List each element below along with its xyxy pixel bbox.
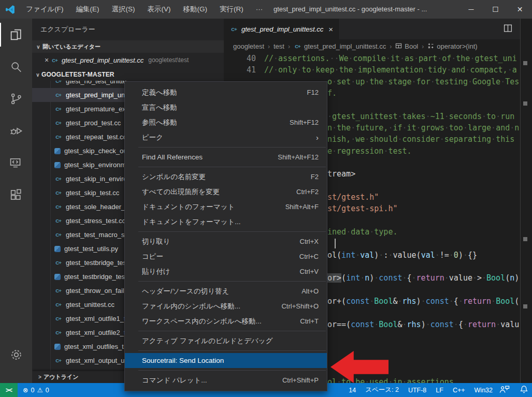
whitespace-dot: · bbox=[369, 227, 374, 237]
close-icon[interactable]: × bbox=[42, 56, 51, 64]
code-token: ( bbox=[505, 273, 510, 283]
menubar-item-3[interactable]: 表示(V) bbox=[141, 5, 177, 13]
code-token: e bbox=[327, 146, 332, 156]
context-menu-item-12[interactable]: 切り取りCtrl+X bbox=[125, 234, 327, 249]
context-menu-item-24[interactable]: コマンド パレット...Ctrl+Shift+P bbox=[125, 373, 327, 388]
breadcrumb-label: test bbox=[274, 42, 284, 50]
activity-settings-gear-icon[interactable] bbox=[0, 339, 32, 371]
whitespace-dot: · bbox=[365, 77, 369, 86]
context-menu-item-14[interactable]: 貼り付けCtrl+V bbox=[125, 264, 327, 279]
file-label: gtest_throw_on_fail bbox=[66, 287, 124, 295]
context-menu-item-16[interactable]: ヘッダー/ソースの切り替えAlt+O bbox=[125, 284, 327, 299]
status-item-2[interactable]: UTF-8 bbox=[408, 387, 426, 394]
whitespace-dot: · bbox=[412, 77, 416, 86]
menubar-item-2[interactable]: 選択(S) bbox=[106, 5, 141, 13]
open-editor-item[interactable]: × C+ gtest_pred_impl_unittest.cc googlet… bbox=[32, 53, 224, 67]
context-menu-item-8[interactable]: すべての出現箇所を変更Ctrl+F2 bbox=[125, 184, 327, 199]
minimize-button[interactable]: ─ bbox=[459, 0, 483, 19]
activity-search-icon[interactable] bbox=[0, 51, 32, 83]
menubar-item-5[interactable]: 実行(R) bbox=[213, 5, 250, 13]
context-menu-item-13[interactable]: コピーCtrl+C bbox=[125, 249, 327, 264]
problems-status[interactable]: ⊗ 0 ⚠ 0 bbox=[23, 386, 49, 394]
code-token: Bool bbox=[379, 320, 397, 329]
feedback-icon[interactable] bbox=[499, 385, 510, 395]
tab-active[interactable]: C+ gtest_pred_impl_unittest.cc × bbox=[224, 19, 339, 39]
code-token: separating bbox=[444, 135, 491, 144]
file-label: gtest_sole_header_t bbox=[66, 203, 127, 211]
context-menu-item-10[interactable]: ドキュメントをフォーマット... bbox=[125, 214, 327, 229]
context-menu-item-3[interactable]: ピーク› bbox=[125, 130, 327, 145]
context-menu-item-17[interactable]: ファイル内のシンボルへ移動...Ctrl+Shift+O bbox=[125, 299, 327, 314]
context-menu-item-18[interactable]: ワークスペース内のシンボルへ移動...Ctrl+T bbox=[125, 314, 327, 329]
code-token: valu bbox=[500, 320, 519, 329]
status-item-5[interactable]: Win32 bbox=[475, 387, 493, 394]
submenu-arrow-icon: › bbox=[316, 133, 319, 142]
code-token: to bbox=[486, 112, 496, 121]
context-menu-item-22[interactable]: Sourcetrail: Send Location bbox=[125, 353, 327, 368]
code-token: if bbox=[393, 123, 402, 133]
menubar-item-4[interactable]: 移動(G) bbox=[177, 5, 214, 13]
code-token: ( bbox=[341, 273, 346, 283]
context-menu-item-20[interactable]: アクティブ ファイルのビルドとデバッグ bbox=[125, 333, 327, 348]
split-editor-icon[interactable] bbox=[504, 24, 512, 35]
breadcrumb-item-4[interactable]: operator>(int) bbox=[427, 42, 477, 51]
warning-count: 0 bbox=[46, 387, 49, 394]
project-root-header[interactable]: ∨ GOOGLETEST-MASTER bbox=[32, 68, 224, 81]
code-line-5: ·gtest_unittest·takes·~11·seconds·to·run bbox=[327, 111, 514, 122]
context-menu-item-label: ワークスペース内のシンボルへ移動... bbox=[142, 317, 300, 326]
close-icon[interactable]: × bbox=[328, 25, 333, 34]
context-menu-item-shortcut: Alt+O bbox=[301, 287, 319, 295]
activity-extensions-icon[interactable] bbox=[0, 179, 32, 211]
file-label: gtest_pred_impl_uni bbox=[66, 91, 126, 99]
menubar-item-1[interactable]: 編集(E) bbox=[70, 5, 106, 13]
breadcrumb-item-0[interactable]: googletest bbox=[233, 42, 264, 50]
menubar-item-0[interactable]: ファイル(F) bbox=[20, 5, 70, 13]
whitespace-dot: · bbox=[463, 251, 468, 260]
code-token: a bbox=[512, 65, 517, 75]
context-menu-item-2[interactable]: 参照へ移動Shift+F12 bbox=[125, 115, 327, 130]
close-button[interactable]: ✕ bbox=[508, 0, 532, 19]
whitespace-dot: · bbox=[472, 273, 477, 283]
code-line-15: ined·data·type. bbox=[327, 226, 397, 238]
whitespace-dot: · bbox=[351, 135, 355, 144]
activity-remote-explorer-icon[interactable] bbox=[0, 147, 32, 179]
activity-source-control-icon[interactable] bbox=[0, 83, 32, 115]
breadcrumb-item-1[interactable]: test bbox=[274, 42, 284, 50]
open-editors-header[interactable]: ∨ 開いているエディター bbox=[32, 40, 224, 53]
breadcrumb-item-3[interactable]: Bool bbox=[395, 42, 418, 51]
activity-explorer-icon[interactable] bbox=[0, 19, 32, 51]
context-menu-item-shortcut: Shift+Alt+F12 bbox=[278, 153, 319, 161]
file-label: gtest_test_macro_st bbox=[66, 231, 126, 239]
code-token: ol bbox=[327, 377, 337, 383]
file-label: gtest_xml_outfile1_t bbox=[66, 315, 126, 322]
bell-icon[interactable] bbox=[520, 385, 528, 395]
context-menu-item-1[interactable]: 宣言へ移動 bbox=[125, 100, 327, 115]
breadcrumb-item-2[interactable]: C+gtest_pred_impl_unittest.cc bbox=[294, 42, 386, 50]
code-token: f. bbox=[327, 89, 337, 98]
context-menu-item-7[interactable]: シンボルの名前変更F2 bbox=[125, 169, 327, 184]
code-token: n bbox=[510, 273, 514, 283]
code-token: return bbox=[468, 320, 496, 329]
code-token: for bbox=[416, 77, 430, 86]
code-token: testing bbox=[435, 77, 468, 86]
status-item-0[interactable]: 14 bbox=[349, 387, 356, 394]
menubar-item-6[interactable]: ··· bbox=[250, 5, 269, 13]
status-item-4[interactable]: C++ bbox=[453, 387, 465, 394]
code-token: future, bbox=[355, 123, 388, 133]
context-menu-item-0[interactable]: 定義へ移動F12 bbox=[125, 85, 327, 100]
context-menu-item-5[interactable]: Find All ReferencesShift+Alt+F12 bbox=[125, 150, 327, 165]
status-item-1[interactable]: スペース: 2 bbox=[365, 386, 399, 394]
code-token: in bbox=[393, 377, 402, 383]
cpp-file-icon: C+ bbox=[51, 56, 59, 64]
whitespace-dot: · bbox=[327, 112, 332, 121]
maximize-button[interactable]: ☐ bbox=[483, 0, 508, 19]
code-token: const bbox=[430, 320, 454, 329]
context-menu-item-9[interactable]: ドキュメントのフォーマットShift+Alt+F bbox=[125, 199, 327, 214]
minimap[interactable] bbox=[520, 19, 532, 383]
code-token: set bbox=[337, 77, 351, 86]
activity-run-debug-icon[interactable] bbox=[0, 115, 32, 147]
context-menu-item-shortcut: Ctrl+V bbox=[300, 268, 319, 275]
file-label: gtest_xml_output_u bbox=[66, 357, 124, 364]
remote-indicator[interactable]: >< bbox=[0, 383, 18, 397]
status-item-3[interactable]: LF bbox=[436, 387, 443, 394]
